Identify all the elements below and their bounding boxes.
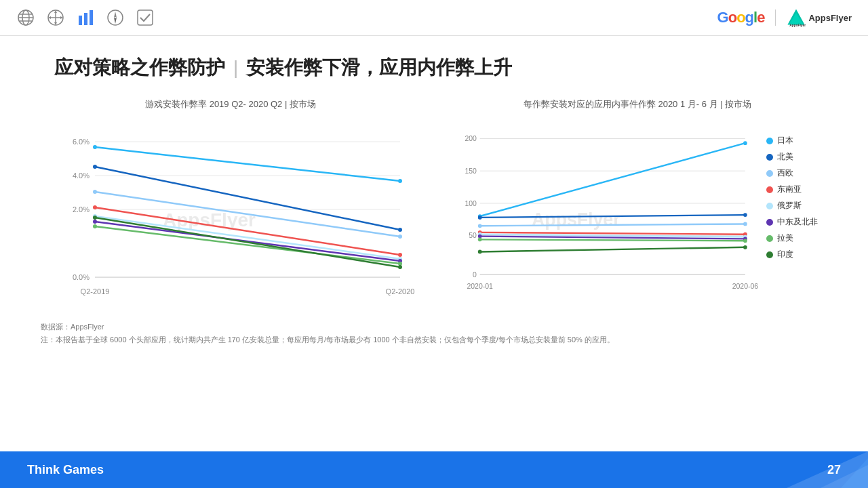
google-logo: Google [717, 9, 765, 26]
svg-line-78 [480, 239, 745, 241]
page-title: 应对策略之作弊防护 | 安装作弊下滑，应用内作弊上升 [54, 55, 814, 81]
legend-item-sea: 东南亚 [766, 184, 827, 195]
bottom-bar: Think Games 27 [0, 451, 868, 488]
svg-text:2020-01: 2020-01 [467, 283, 493, 290]
svg-point-94 [743, 239, 747, 243]
legend-dot-india [766, 251, 773, 258]
right-chart-svg-area: AppsFlyer 200 150 100 50 0 202 [448, 121, 758, 311]
svg-point-51 [398, 228, 402, 232]
legend-dot-north-america [766, 154, 773, 161]
chart-legend: 日本 北美 西欧 东南亚 俄罗斯 [766, 121, 827, 311]
bottom-bar-title: Think Games [27, 463, 104, 477]
svg-point-88 [743, 141, 747, 145]
svg-point-45 [93, 205, 97, 209]
left-chart-title: 游戏安装作弊率 2019 Q2- 2020 Q2 | 按市场 [41, 98, 420, 110]
svg-text:200: 200 [465, 135, 477, 142]
legend-item-western-europe: 西欧 [766, 167, 827, 179]
legend-dot-latam [766, 235, 773, 242]
legend-item-japan: 日本 [766, 135, 827, 146]
svg-point-47 [93, 220, 97, 224]
svg-rect-18 [138, 10, 153, 25]
header: Google AppsFlyer AppsFlyer [0, 0, 868, 36]
legend-dot-western-europe [766, 170, 773, 177]
appsflyer-logo: AppsFlyer AppsFlyer [787, 8, 852, 27]
svg-text:AppsFlyer: AppsFlyer [532, 209, 620, 230]
legend-item-mena: 中东及北非 [766, 216, 827, 228]
move-icon[interactable] [46, 8, 65, 27]
svg-line-79 [480, 247, 745, 252]
source-label: 数据源：AppsFlyer [41, 322, 827, 332]
right-chart-container: 每作弊安装对应的应用内事件作弊 2020 1 月- 6 月 | 按市场 Apps… [448, 98, 827, 311]
svg-marker-16 [114, 12, 117, 18]
charts-area: 游戏安装作弊率 2019 Q2- 2020 Q2 | 按市场 AppsFlyer… [0, 98, 868, 311]
svg-text:2.0%: 2.0% [73, 205, 90, 214]
svg-point-87 [478, 250, 482, 254]
svg-point-44 [93, 190, 97, 194]
legend-dot-mena [766, 219, 773, 226]
left-chart-container: 游戏安装作弊率 2019 Q2- 2020 Q2 | 按市场 AppsFlyer… [41, 98, 420, 311]
svg-point-43 [93, 165, 97, 169]
svg-line-74 [480, 224, 745, 226]
legend-dot-sea [766, 186, 773, 193]
svg-marker-17 [114, 18, 117, 24]
svg-text:Q2-2019: Q2-2019 [81, 287, 110, 296]
check-icon[interactable] [136, 8, 155, 27]
legend-item-latam: 拉美 [766, 232, 827, 244]
right-chart-wrapper: AppsFlyer 200 150 100 50 0 202 [448, 121, 827, 311]
svg-point-49 [93, 216, 97, 220]
globe-icon[interactable] [16, 8, 35, 27]
right-chart-title: 每作弊安装对应的应用内事件作弊 2020 1 月- 6 月 | 按市场 [448, 98, 827, 110]
svg-point-53 [398, 253, 402, 257]
logo-divider [775, 9, 776, 26]
left-chart-wrapper: AppsFlyer 6.0% 4.0% 2.0% 0.0% Q2-2019 Q2… [41, 121, 420, 311]
legend-dot-japan [766, 138, 773, 144]
legend-item-india: 印度 [766, 249, 827, 260]
svg-point-89 [743, 213, 747, 217]
svg-point-86 [478, 237, 482, 241]
bar-chart-icon[interactable] [76, 8, 95, 27]
right-chart-svg: AppsFlyer 200 150 100 50 0 202 [448, 121, 758, 311]
nav-icons [16, 8, 155, 27]
svg-text:Q2-2020: Q2-2020 [386, 287, 415, 296]
logos: Google AppsFlyer AppsFlyer [717, 8, 852, 27]
footer-note: 数据源：AppsFlyer 注：本报告基于全球 6000 个头部应用，统计期内共… [0, 311, 868, 350]
svg-text:50: 50 [469, 232, 477, 239]
svg-text:4.0%: 4.0% [73, 171, 90, 180]
svg-point-90 [743, 222, 747, 226]
svg-text:AppsFlyer: AppsFlyer [790, 24, 806, 27]
left-chart-svg: AppsFlyer 6.0% 4.0% 2.0% 0.0% Q2-2019 Q2… [41, 121, 420, 311]
bottom-decoration [732, 451, 868, 488]
svg-point-48 [93, 224, 97, 228]
svg-text:2020-06: 2020-06 [732, 283, 758, 290]
compass-icon[interactable] [106, 8, 125, 27]
legend-item-russia: 俄罗斯 [766, 200, 827, 211]
svg-point-52 [398, 235, 402, 239]
svg-text:150: 150 [465, 167, 477, 175]
svg-point-50 [398, 179, 402, 183]
svg-text:100: 100 [465, 200, 477, 207]
svg-rect-12 [79, 16, 82, 25]
svg-rect-13 [84, 13, 87, 25]
legend-item-north-america: 北美 [766, 151, 827, 163]
svg-text:6.0%: 6.0% [73, 138, 90, 146]
svg-point-82 [478, 224, 482, 228]
svg-line-72 [480, 143, 745, 216]
svg-point-95 [743, 245, 747, 249]
svg-point-57 [398, 265, 402, 269]
svg-point-81 [478, 216, 482, 220]
svg-text:0.0%: 0.0% [73, 273, 90, 281]
svg-point-42 [93, 145, 97, 149]
svg-text:0: 0 [473, 271, 477, 279]
legend-dot-russia [766, 203, 773, 209]
title-section: 应对策略之作弊防护 | 安装作弊下滑，应用内作弊上升 [0, 36, 868, 92]
svg-rect-14 [90, 10, 93, 25]
note-label: 注：本报告基于全球 6000 个头部应用，统计期内共产生 170 亿安装总量；每… [41, 335, 827, 345]
